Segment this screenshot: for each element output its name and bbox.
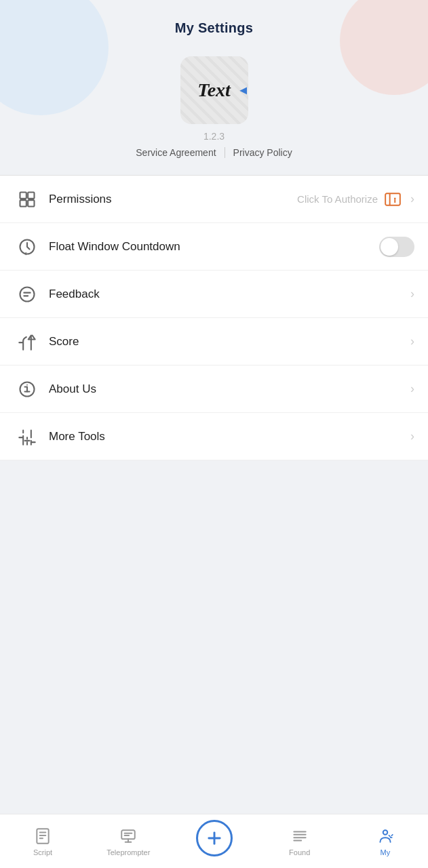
my-icon	[376, 827, 395, 846]
svg-point-15	[26, 384, 28, 385]
add-button[interactable]	[196, 820, 233, 856]
svg-point-10	[20, 287, 35, 301]
logo-section: Text ◄ 1.2.3 Service Agreement Privacy P…	[0, 43, 428, 168]
script-icon	[33, 827, 52, 846]
permissions-label: Permissions	[49, 193, 297, 206]
links-row: Service Agreement Privacy Policy	[136, 147, 292, 158]
about-us-right: ›	[408, 382, 414, 396]
score-right: ›	[408, 334, 414, 349]
link-divider	[225, 147, 225, 158]
authorize-text: Click To Authorize	[297, 193, 378, 205]
tab-teleprompter[interactable]: Teleprompter	[85, 827, 171, 856]
about-us-label: About Us	[49, 382, 408, 396]
svg-point-6	[394, 197, 396, 199]
header: My Settings	[0, 0, 428, 43]
more-tools-label: More Tools	[49, 430, 408, 443]
svg-rect-0	[20, 192, 26, 198]
float-window-toggle[interactable]	[379, 237, 414, 257]
tab-my-label: My	[381, 848, 391, 856]
about-us-chevron: ›	[410, 382, 414, 396]
found-icon	[290, 827, 309, 846]
svg-rect-2	[20, 200, 26, 206]
content-spacer	[0, 460, 428, 814]
more-tools-chevron: ›	[410, 429, 414, 443]
privacy-policy-link[interactable]: Privacy Policy	[233, 147, 292, 158]
authorize-warning-icon	[383, 190, 402, 209]
score-icon	[14, 328, 41, 355]
score-chevron: ›	[410, 334, 414, 349]
teleprompter-icon	[119, 827, 138, 846]
feedback-right: ›	[408, 287, 414, 301]
logo-arrow-icon: ◄	[237, 83, 248, 98]
tab-add[interactable]	[171, 820, 256, 863]
more-tools-icon	[14, 423, 41, 450]
feedback-label: Feedback	[49, 288, 408, 301]
svg-rect-20	[122, 830, 136, 839]
permissions-chevron: ›	[410, 192, 414, 206]
svg-rect-16	[37, 829, 48, 844]
tab-found[interactable]: Found	[257, 827, 343, 856]
tab-teleprompter-label: Teleprompter	[106, 848, 150, 856]
feedback-chevron: ›	[410, 287, 414, 301]
service-agreement-link[interactable]: Service Agreement	[136, 147, 216, 158]
menu-item-permissions[interactable]: Permissions Click To Authorize ›	[0, 176, 428, 223]
permissions-right: Click To Authorize ›	[297, 190, 414, 209]
menu-list: Permissions Click To Authorize ›	[0, 176, 428, 460]
menu-item-about-us[interactable]: About Us ›	[0, 366, 428, 413]
menu-item-feedback[interactable]: Feedback ›	[0, 271, 428, 318]
about-us-icon	[14, 376, 41, 403]
version-number: 1.2.3	[203, 131, 225, 142]
score-label: Score	[49, 335, 408, 349]
tab-script[interactable]: Script	[0, 827, 85, 856]
logo-box: Text ◄	[180, 56, 248, 124]
logo-text: Text	[197, 79, 231, 101]
float-window-label: Float Window Countdown	[49, 240, 379, 254]
permissions-icon	[14, 186, 41, 213]
tab-found-label: Found	[289, 848, 310, 856]
menu-item-more-tools[interactable]: More Tools ›	[0, 413, 428, 460]
menu-item-score[interactable]: Score ›	[0, 318, 428, 366]
page-title: My Settings	[175, 20, 254, 35]
more-tools-right: ›	[408, 429, 414, 443]
feedback-icon	[14, 281, 41, 308]
tab-my[interactable]: My	[343, 827, 428, 856]
float-window-icon: $	[14, 233, 41, 260]
float-window-right	[379, 237, 414, 257]
svg-rect-1	[28, 192, 34, 198]
tab-bar: Script Teleprompter	[0, 814, 428, 868]
page-wrapper: My Settings Text ◄ 1.2.3 Service Agreeme…	[0, 0, 428, 868]
menu-item-float-window[interactable]: $ Float Window Countdown	[0, 223, 428, 271]
tab-script-label: Script	[33, 848, 52, 856]
svg-point-31	[383, 830, 388, 835]
svg-rect-4	[385, 193, 400, 205]
svg-rect-3	[28, 200, 34, 206]
toggle-knob	[381, 238, 398, 256]
